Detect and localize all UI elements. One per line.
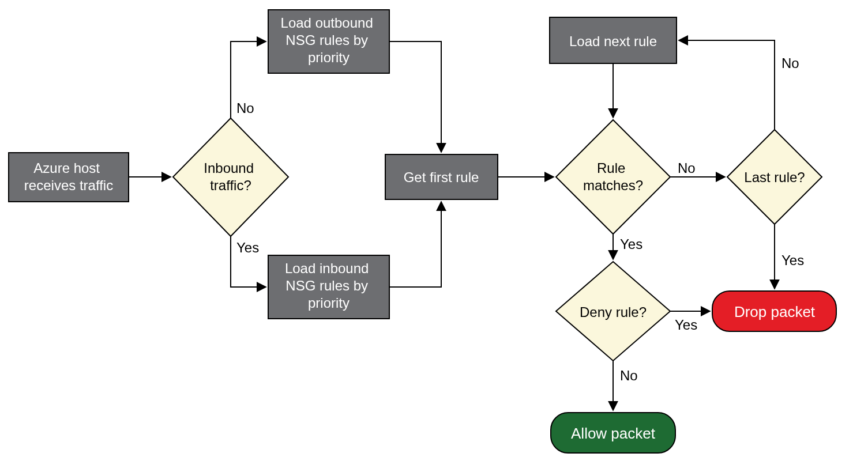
label-matches-no: No — [678, 160, 696, 176]
edge-lastrule-no — [679, 40, 775, 130]
edge-inboundload-to-first — [389, 202, 441, 287]
label-lastrule-no: No — [781, 55, 799, 71]
node-rule-matches-line1: Rule — [597, 160, 625, 176]
label-deny-no: No — [620, 368, 638, 383]
node-deny-rule-line1: Deny rule? — [580, 304, 647, 320]
node-allow-line1: Allow packet — [571, 425, 656, 442]
node-inbound-line2: traffic? — [210, 177, 251, 193]
node-inbound-traffic: Inbound traffic? — [173, 118, 288, 236]
node-allow-packet: Allow packet — [551, 413, 675, 453]
node-load-outbound-line3: priority — [308, 50, 350, 65]
label-inbound-no: No — [236, 100, 254, 116]
node-rule-matches: Rule matches? — [556, 120, 670, 234]
node-rule-matches-line2: matches? — [583, 177, 643, 193]
node-get-first-line1: Get first rule — [404, 169, 479, 185]
node-load-outbound: Load outbound NSG rules by priority — [268, 10, 389, 73]
node-drop-line1: Drop packet — [734, 303, 816, 320]
node-load-inbound-line2: NSG rules by — [285, 278, 368, 293]
node-start: Azure host receives traffic — [9, 153, 129, 202]
node-last-rule: Last rule? — [727, 130, 822, 224]
node-start-line1: Azure host — [33, 160, 100, 176]
svg-text:Drop packet: Drop packet — [734, 303, 816, 320]
node-drop-packet: Drop packet — [712, 291, 836, 331]
label-matches-yes: Yes — [620, 236, 642, 252]
svg-text:Last rule?: Last rule? — [744, 169, 805, 185]
node-last-rule-line1: Last rule? — [744, 169, 805, 185]
node-load-inbound: Load inbound NSG rules by priority — [268, 255, 389, 319]
node-load-next-line1: Load next rule — [569, 33, 657, 49]
node-load-next-rule: Load next rule — [550, 17, 677, 63]
node-load-outbound-line1: Load outbound — [281, 15, 373, 31]
edge-outbound-to-first — [389, 41, 441, 152]
label-inbound-yes: Yes — [236, 240, 259, 255]
node-deny-rule: Deny rule? — [556, 262, 670, 361]
node-load-inbound-line1: Load inbound — [285, 260, 369, 276]
node-load-inbound-line3: priority — [308, 295, 350, 311]
svg-text:Get first rule: Get first rule — [404, 169, 479, 185]
svg-text:Allow packet: Allow packet — [571, 425, 656, 442]
node-load-outbound-line2: NSG rules by — [285, 32, 368, 48]
svg-text:Deny rule?: Deny rule? — [580, 304, 647, 320]
node-get-first-rule: Get first rule — [385, 154, 498, 199]
node-inbound-line1: Inbound — [204, 160, 254, 176]
label-deny-yes: Yes — [675, 317, 697, 333]
label-lastrule-yes: Yes — [781, 252, 804, 268]
node-start-line2: receives traffic — [24, 177, 113, 193]
svg-text:Load next rule: Load next rule — [569, 33, 657, 49]
